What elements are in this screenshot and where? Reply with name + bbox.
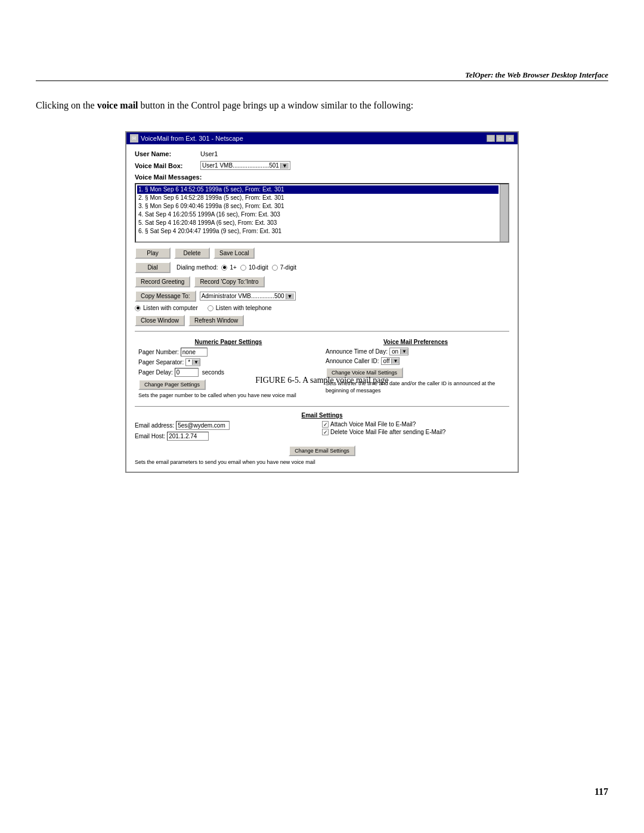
figure-caption: FIGURE 6-5. A sample voice mail page bbox=[125, 376, 519, 385]
delete-checkbox[interactable]: ✓ bbox=[322, 429, 329, 435]
message-item-2[interactable]: 2. § Mon Sep 6 14:52:28 1999a (5 sec), F… bbox=[137, 194, 499, 202]
dial-button[interactable]: Dial bbox=[135, 262, 171, 273]
message-list[interactable]: 1. § Mon Sep 6 14:52:05 1999a (5 sec), F… bbox=[135, 183, 509, 243]
announce-time-select[interactable]: on ▼ bbox=[389, 348, 408, 355]
radio-1plus-label: 1+ bbox=[230, 264, 236, 271]
record-greeting-button[interactable]: Record Greeting bbox=[135, 276, 190, 287]
delete-checkbox-row: ✓ Delete Voice Mail File after sending E… bbox=[322, 429, 509, 435]
copy-to-select-arrow: ▼ bbox=[286, 293, 294, 299]
listen-computer-radio[interactable]: Listen with computer bbox=[135, 305, 198, 311]
maximize-button[interactable]: □ bbox=[496, 135, 504, 142]
record-copy-intro-button[interactable]: Record 'Copy To:'Intro bbox=[194, 276, 264, 287]
email-host-label: Email Host: bbox=[135, 433, 165, 439]
voicemail-window: ✉ VoiceMail from Ext. 301 - Netscape _ □… bbox=[125, 131, 519, 473]
close-refresh-row: Close Window Refresh Window bbox=[135, 315, 509, 326]
window-titlebar: ✉ VoiceMail from Ext. 301 - Netscape _ □… bbox=[126, 132, 518, 144]
delete-label: Delete Voice Mail File after sending E-M… bbox=[330, 429, 445, 435]
email-address-label: Email address: bbox=[135, 422, 174, 429]
pager-number-label: Pager Number: bbox=[138, 349, 179, 355]
intro-text-end: button in the Control page brings up a w… bbox=[138, 100, 414, 110]
window-content: User Name: User1 Voice Mail Box: User1 V… bbox=[126, 144, 518, 472]
email-left-col: Email address: Email Host: bbox=[135, 421, 322, 442]
copy-to-select[interactable]: Administrator VMB..............500 ▼ bbox=[200, 292, 296, 301]
listen-telephone-label: Listen with telephone bbox=[216, 305, 272, 311]
listen-telephone-dot[interactable] bbox=[208, 305, 213, 311]
window-title: VoiceMail from Ext. 301 - Netscape bbox=[141, 135, 243, 142]
intro-text-start: Clicking on the bbox=[36, 100, 97, 110]
announce-time-arrow: ▼ bbox=[400, 349, 408, 354]
vmb-select[interactable]: User1 VMB......................501 ▼ bbox=[200, 161, 290, 170]
intro-bold: voice mail bbox=[97, 100, 138, 110]
message-list-scrollbar[interactable] bbox=[500, 184, 508, 241]
pager-separator-row: Pager Separator: * ▼ bbox=[138, 358, 318, 366]
radio-7digit-dot[interactable] bbox=[272, 265, 278, 271]
copy-to-select-text: Administrator VMB..............500 bbox=[202, 293, 284, 299]
voicemail-prefs-col: Voice Mail Preferences Announce Time of … bbox=[322, 336, 509, 401]
messages-label: Voice Mail Messages: bbox=[135, 174, 509, 181]
settings-grid: Numeric Pager Settings Pager Number: Pag… bbox=[135, 336, 509, 401]
dial-row: Dial Dialing method: 1+ 10-digit 7-digit bbox=[135, 262, 509, 273]
dial-radio-1plus[interactable]: 1+ bbox=[221, 264, 236, 271]
pager-settings-desc: Sets the pager number to be called when … bbox=[138, 392, 318, 399]
message-item-5[interactable]: 5. Sat Sep 4 16:20:48 1999A (6 sec), Fro… bbox=[137, 219, 499, 227]
header-divider bbox=[36, 80, 608, 81]
radio-10digit-dot[interactable] bbox=[240, 265, 246, 271]
email-address-input[interactable] bbox=[176, 421, 230, 430]
close-button[interactable]: × bbox=[506, 135, 514, 142]
page-number: 117 bbox=[595, 786, 608, 797]
announce-caller-select[interactable]: off ▼ bbox=[381, 357, 400, 365]
listen-telephone-radio[interactable]: Listen with telephone bbox=[208, 305, 272, 311]
email-settings-heading: Email Settings bbox=[302, 412, 343, 419]
copy-to-row: Copy Message To: Administrator VMB......… bbox=[135, 290, 509, 302]
attach-label: Attach Voice Mail File to E-Mail? bbox=[330, 421, 416, 428]
attach-checkbox[interactable]: ✓ bbox=[322, 421, 329, 428]
vmb-label: Voice Mail Box: bbox=[135, 162, 200, 169]
copy-message-to-button[interactable]: Copy Message To: bbox=[135, 290, 196, 302]
change-email-btn-wrapper: Change Email Settings bbox=[135, 445, 509, 456]
listen-computer-label: Listen with computer bbox=[143, 305, 198, 311]
message-item-1[interactable]: 1. § Mon Sep 6 14:52:05 1999a (5 sec), F… bbox=[137, 185, 499, 194]
change-email-settings-button[interactable]: Change Email Settings bbox=[289, 445, 355, 456]
email-host-input[interactable] bbox=[167, 432, 209, 441]
listen-computer-dot[interactable] bbox=[135, 305, 141, 311]
message-item-4[interactable]: 4. Sat Sep 4 16:20:55 1999A (16 sec), Fr… bbox=[137, 210, 499, 219]
save-local-button[interactable]: Save Local bbox=[213, 247, 255, 259]
announce-time-value: on bbox=[390, 348, 400, 355]
pager-separator-select[interactable]: * ▼ bbox=[185, 358, 200, 366]
window-icon: ✉ bbox=[130, 134, 138, 143]
pager-number-row: Pager Number: bbox=[138, 348, 318, 357]
dial-radio-7digit[interactable]: 7-digit bbox=[272, 264, 296, 271]
message-item-6[interactable]: 6. § Sat Sep 4 20:04:47 1999a (9 sec), F… bbox=[137, 227, 499, 236]
radio-1plus-dot[interactable] bbox=[221, 265, 227, 271]
close-window-button[interactable]: Close Window bbox=[135, 315, 185, 326]
email-divider bbox=[135, 406, 509, 407]
email-settings-desc: Sets the email parameters to send you em… bbox=[135, 459, 509, 466]
pager-separator-label: Pager Separator: bbox=[138, 359, 184, 366]
announce-time-label: Announce Time of Day: bbox=[326, 348, 388, 355]
pager-settings-heading: Numeric Pager Settings bbox=[138, 339, 318, 345]
dialing-method-label: Dialing method: bbox=[177, 264, 218, 271]
pager-separator-arrow: ▼ bbox=[192, 360, 200, 365]
dial-radio-10digit[interactable]: 10-digit bbox=[240, 264, 268, 271]
play-button[interactable]: Play bbox=[135, 247, 171, 259]
email-settings-heading-wrapper: Email Settings bbox=[135, 411, 509, 419]
attach-checkbox-row: ✓ Attach Voice Mail File to E-Mail? bbox=[322, 421, 509, 428]
vmb-select-arrow: ▼ bbox=[280, 163, 289, 169]
announce-caller-row: Announce Caller ID: off ▼ bbox=[326, 357, 506, 365]
pager-number-input[interactable] bbox=[181, 348, 208, 357]
refresh-window-button[interactable]: Refresh Window bbox=[188, 315, 244, 326]
message-item-3[interactable]: 3. § Mon Sep 6 09:40:46 1999a (8 sec), F… bbox=[137, 202, 499, 210]
announce-caller-arrow: ▼ bbox=[391, 358, 399, 364]
window-controls: _ □ × bbox=[487, 135, 514, 142]
delete-button[interactable]: Delete bbox=[174, 247, 210, 259]
pager-settings-col: Numeric Pager Settings Pager Number: Pag… bbox=[135, 336, 322, 401]
page-header-title: TelOper: the Web Browser Desktop Interfa… bbox=[465, 70, 608, 80]
minimize-button[interactable]: _ bbox=[487, 135, 495, 142]
vmb-select-text: User1 VMB......................501 bbox=[202, 162, 279, 169]
pager-delay-suffix: seconds bbox=[202, 369, 224, 376]
email-address-row: Email address: bbox=[135, 421, 322, 430]
username-value: User1 bbox=[200, 150, 218, 157]
username-label: User Name: bbox=[135, 150, 200, 157]
radio-7digit-label: 7-digit bbox=[280, 264, 296, 271]
settings-divider bbox=[135, 331, 509, 332]
